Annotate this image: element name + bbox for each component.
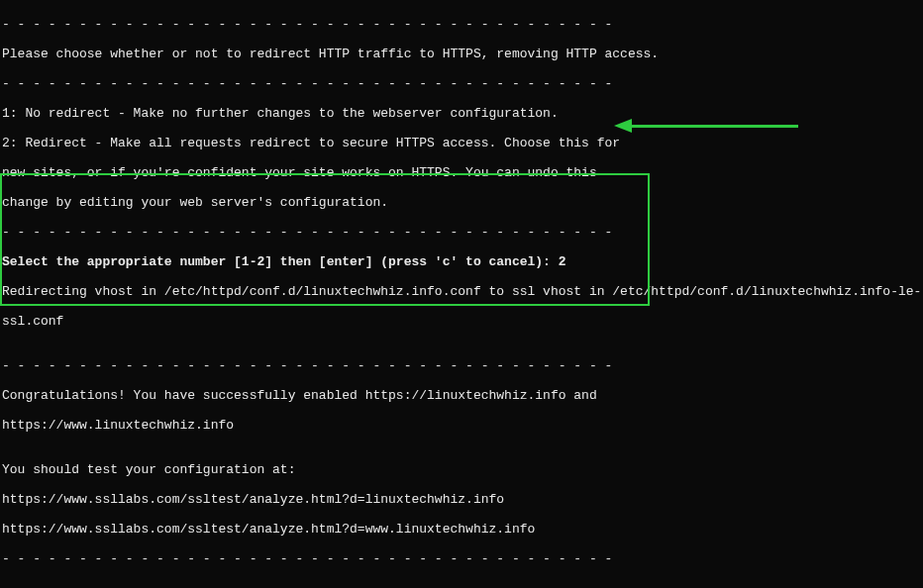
option-2-line2: new sites, or if you're confident your s… (2, 165, 923, 180)
option-2-line1: 2: Redirect - Make all requests redirect… (2, 136, 923, 150)
redirect-msg-1: Redirecting vhost in /etc/httpd/conf.d/l… (2, 284, 923, 299)
redirect-msg-2: ssl.conf (2, 314, 923, 329)
option-1: 1: No redirect - Make no further changes… (2, 106, 923, 121)
dashes: - - - - - - - - - - - - - - - - - - - - … (2, 76, 923, 91)
test-line3: https://www.ssllabs.com/ssltest/analyze.… (2, 522, 923, 537)
dashes: - - - - - - - - - - - - - - - - - - - - … (2, 358, 923, 373)
select-prompt[interactable]: Select the appropriate number [1-2] then… (2, 254, 923, 269)
option-2-line3: change by editing your web server's conf… (2, 195, 923, 210)
intro-text: Please choose whether or not to redirect… (2, 47, 923, 61)
dashes: - - - - - - - - - - - - - - - - - - - - … (2, 17, 923, 32)
test-line2: https://www.ssllabs.com/ssltest/analyze.… (2, 492, 923, 507)
dashes: - - - - - - - - - - - - - - - - - - - - … (2, 551, 923, 566)
congrats-line2: https://www.linuxtechwhiz.info (2, 418, 923, 433)
terminal-output: - - - - - - - - - - - - - - - - - - - - … (0, 0, 923, 588)
dashes: - - - - - - - - - - - - - - - - - - - - … (2, 225, 923, 240)
congrats-line1: Congratulations! You have successfully e… (2, 388, 923, 403)
test-line1: You should test your configuration at: (2, 462, 923, 477)
